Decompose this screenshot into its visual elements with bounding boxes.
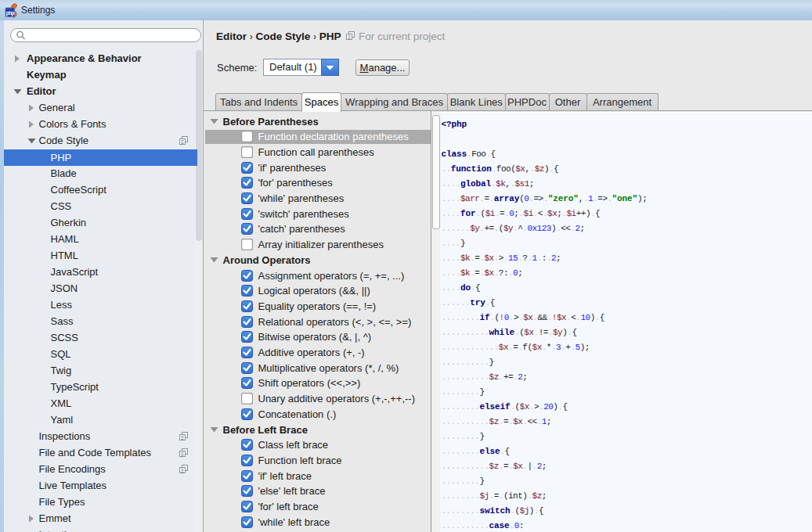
svg-text:php: php xyxy=(6,10,15,16)
